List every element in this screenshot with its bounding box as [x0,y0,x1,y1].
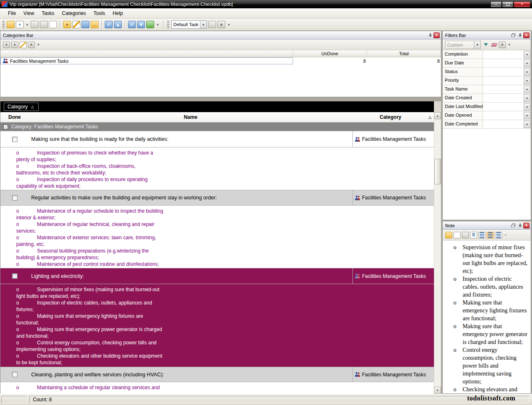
add-by-template-icon[interactable] [208,21,216,28]
toggle-complete-icon[interactable]: ✓ [128,21,136,28]
filter-value-cell[interactable] [483,111,523,120]
task-type-combobox[interactable]: Default Task ▼ [171,20,207,29]
category-name-cell[interactable]: Facilities Management Tasks [0,57,293,64]
clear-filter-icon[interactable] [490,42,498,48]
filter-dropdown-icon[interactable]: ▼ [524,68,530,76]
task-checkbox[interactable] [12,372,17,377]
menu-tasks[interactable]: Tasks [38,9,58,17]
task-details[interactable]: o Inspection of premises to check whethe… [0,147,434,190]
task-checkbox[interactable] [12,137,17,142]
task-row-selected[interactable]: Lighting and electricity: Facilities Man… [0,268,434,284]
menu-tools[interactable]: Tools [90,9,109,17]
note-content[interactable]: o Supervision of minor fixes (making sur… [443,241,531,393]
edit-task-icon[interactable] [72,21,80,28]
filter-dropdown-icon[interactable]: ▼ [524,59,530,67]
save-icon[interactable] [31,21,39,28]
task-row[interactable]: Making sure that the building is ready f… [0,131,434,147]
delete-task-icon[interactable]: × [217,21,225,28]
task-category-cell[interactable]: Facilities Management Tasks [352,268,434,284]
toolbar-grip[interactable] [167,21,169,28]
scroll-down-icon[interactable]: ▼ [434,387,441,394]
add-category-icon[interactable]: + [3,42,10,48]
print-icon[interactable] [40,21,48,28]
complete-task-icon[interactable]: ✓ [105,21,113,28]
apply-filter-icon[interactable] [482,42,489,48]
view-mode-dropdown-icon[interactable]: ▼ [155,21,160,28]
filter-dropdown-icon[interactable]: ▼ [524,86,530,93]
task-type-dropdown-icon[interactable]: ▼ [200,21,207,28]
category-row[interactable]: Facilities Management Tasks 8 8 [0,57,441,64]
duplicate-task-icon[interactable] [81,21,89,28]
bold-icon[interactable]: B [470,232,477,238]
remove-filter-icon[interactable]: × [499,42,506,48]
done-column-header[interactable]: Done [0,114,29,120]
task-title[interactable]: Lighting and electricity: [29,268,352,284]
print-note-icon[interactable] [462,232,469,238]
menu-categories[interactable]: Categories [58,9,90,17]
view-mode-icon[interactable] [146,21,154,28]
numbered-list-icon[interactable] [487,232,494,238]
pin-icon[interactable] [517,32,523,38]
float-panel-icon[interactable] [510,32,516,38]
close-panel-icon[interactable]: × [523,32,530,38]
task-category-cell[interactable]: Facilities Management Tasks [352,131,434,147]
filter-value-cell[interactable] [483,59,523,67]
filter-value-cell[interactable] [483,103,523,111]
task-category-cell[interactable]: Facilities Management Tasks [352,367,434,382]
toolbar-more-dropdown-icon[interactable]: ▼ [227,21,231,28]
task-row[interactable]: Regular activities to make sure the buil… [0,190,434,206]
filter-dropdown-icon[interactable]: ▼ [524,103,530,110]
filter-dropdown-icon[interactable]: ▼ [524,77,530,84]
task-title[interactable]: Making sure that the building is ready f… [29,131,352,147]
total-column-header[interactable]: Total [367,50,441,57]
print-preview-icon[interactable] [49,21,57,28]
group-row[interactable]: − Category: Facilities Management Tasks [0,123,434,131]
find-icon[interactable] [453,232,461,238]
filter-value-cell[interactable] [483,68,523,76]
lock-icon[interactable] [445,232,452,238]
task-details-selected[interactable]: o Supervision of minor fixes (making sur… [0,284,434,367]
group-by-category-chip[interactable]: Category △ [4,103,39,111]
name-column-header[interactable]: Name [29,114,352,120]
filter-dropdown-icon[interactable]: ▼ [524,112,530,119]
task-title[interactable]: Regular activities to make sure the buil… [29,190,352,205]
task-category-cell[interactable]: Facilities Management Tasks [352,190,434,205]
priority-up-icon[interactable]: ▲ [114,21,122,28]
menu-view[interactable]: View [20,9,38,17]
filter-dropdown-icon[interactable]: ▼ [524,94,530,102]
filter-dropdown-icon[interactable]: ▼ [524,51,530,58]
filter-value-cell[interactable] [483,76,523,85]
menu-help[interactable]: Help [109,9,127,17]
task-details[interactable]: o Maintaining a schedule of regular clea… [0,382,434,394]
minimize-button[interactable]: – [490,1,502,7]
open-database-icon[interactable] [7,21,15,28]
category-column-header[interactable]: Category △ [352,114,434,120]
task-checkbox[interactable] [12,273,17,279]
float-panel-icon[interactable] [510,223,516,228]
filter-dropdown-icon[interactable]: ▼ [524,120,530,128]
task-row[interactable]: Cleaning, planting and welfare services … [0,367,434,382]
filter-preset-dropdown-icon[interactable]: ▼ [474,41,480,49]
pin-icon[interactable] [517,223,523,228]
undo-icon[interactable]: ← [91,21,99,28]
pin-icon[interactable] [427,32,433,38]
undone-column-header[interactable]: UnDone [293,50,367,57]
edit-category-icon[interactable] [20,42,27,48]
scroll-up-icon[interactable]: ▲ [434,112,441,119]
add-subcategory-icon[interactable]: + [11,42,18,48]
maximize-button[interactable] [502,1,513,7]
note-toolbar-overflow-icon[interactable]: » [503,231,508,239]
filters-toolbar-dropdown-icon[interactable]: ▼ [507,41,512,49]
close-panel-icon[interactable]: × [523,223,530,228]
new-item-icon[interactable]: + [16,21,24,28]
filter-value-cell[interactable] [483,85,523,93]
scrollbar-thumb[interactable] [434,159,441,184]
delete-category-icon[interactable]: × [28,42,35,48]
new-task-icon[interactable]: + [63,21,71,28]
bullet-list-icon[interactable] [495,232,502,238]
menu-file[interactable]: File [4,9,20,17]
category-column-header[interactable] [0,50,293,57]
categories-toolbar-dropdown-icon[interactable]: ▼ [36,41,41,49]
filter-value-cell[interactable] [483,94,523,102]
task-details[interactable]: o Maintenance of a regular schedule to i… [0,206,434,268]
